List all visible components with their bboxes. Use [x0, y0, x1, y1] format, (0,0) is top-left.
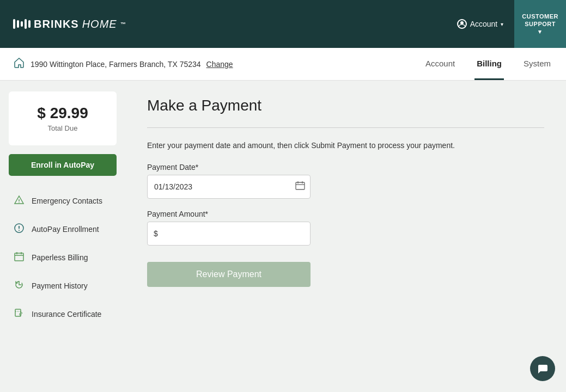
history-icon: [13, 279, 25, 292]
payment-date-wrapper: [147, 175, 311, 199]
nav-system[interactable]: System: [521, 48, 553, 80]
page-title: Make a Payment: [147, 97, 544, 114]
customer-support-button[interactable]: CUSTOMER SUPPORT ▾: [514, 0, 566, 48]
customer-support-line2: SUPPORT: [525, 20, 556, 28]
top-right-controls: Account ▾ CUSTOMER SUPPORT ▾: [446, 0, 566, 48]
customer-support-chevron-icon: ▾: [538, 28, 542, 35]
account-icon: [457, 19, 467, 29]
balance-amount: $ 29.99: [17, 105, 108, 122]
payment-amount-group: Payment Amount* $: [147, 210, 544, 246]
balance-label: Total Due: [17, 124, 108, 132]
payment-content-area: Make a Payment Enter your payment date a…: [125, 81, 566, 392]
sidebar-item-autopay-enrollment-label: AutoPay Enrollment: [32, 225, 99, 234]
logo-bars-icon: [13, 19, 31, 29]
chat-support-button[interactable]: [530, 356, 555, 381]
sidebar-item-payment-history-label: Payment History: [32, 281, 88, 290]
balance-card: $ 29.99 Total Due: [9, 91, 117, 145]
triangle-warning-icon: [13, 194, 25, 207]
payment-amount-label: Payment Amount*: [147, 210, 544, 218]
calendar-icon: [13, 251, 25, 264]
review-payment-button[interactable]: Review Payment: [147, 262, 311, 287]
payment-amount-input[interactable]: [147, 222, 311, 246]
payment-date-input[interactable]: [147, 175, 311, 199]
payment-date-group: Payment Date*: [147, 163, 544, 199]
top-navigation-bar: BRINKS HOME ™ Account ▾ CUSTOMER SUPPORT…: [0, 0, 566, 48]
sidebar-item-payment-history[interactable]: Payment History: [9, 272, 117, 300]
svg-rect-7: [15, 253, 23, 261]
sidebar: $ 29.99 Total Due Enroll in AutoPay Emer…: [0, 81, 125, 392]
nav-account[interactable]: Account: [423, 48, 457, 80]
svg-point-3: [19, 202, 20, 203]
logo-bar-3: [21, 21, 23, 27]
content-divider: [147, 127, 544, 128]
payment-amount-wrapper: $: [147, 222, 311, 246]
logo-bar-5: [28, 20, 31, 28]
customer-support-line1: CUSTOMER: [522, 13, 558, 20]
main-content-area: $ 29.99 Total Due Enroll in AutoPay Emer…: [0, 81, 566, 392]
logo-trademark: ™: [120, 21, 126, 27]
svg-point-6: [19, 230, 20, 231]
address-area: 1990 Wittington Place, Farmers Branch, T…: [13, 57, 423, 71]
brand-logo: BRINKS HOME ™: [13, 18, 126, 30]
logo-bar-4: [25, 19, 27, 29]
main-navigation: Account Billing System: [423, 48, 553, 80]
circle-exclaim-icon: [13, 223, 25, 236]
enroll-autopay-button[interactable]: Enroll in AutoPay: [9, 154, 117, 176]
edit-icon: [13, 308, 25, 321]
logo-bar-1: [13, 19, 15, 29]
logo-brand-text: BRINKS: [34, 18, 79, 30]
sidebar-item-paperless-billing[interactable]: Paperless Billing: [9, 243, 117, 272]
account-chevron-icon: ▾: [501, 21, 503, 27]
svg-point-0: [460, 21, 464, 24]
logo-bar-2: [17, 20, 19, 28]
sidebar-item-insurance-certificate[interactable]: Insurance Certificate: [9, 300, 117, 328]
sidebar-item-autopay-enrollment[interactable]: AutoPay Enrollment: [9, 215, 117, 243]
sidebar-item-paperless-billing-label: Paperless Billing: [32, 253, 88, 262]
logo-home-text: HOME: [82, 18, 117, 30]
sidebar-item-emergency-contacts-label: Emergency Contacts: [32, 197, 102, 205]
account-button[interactable]: Account ▾: [446, 0, 515, 48]
sidebar-item-insurance-certificate-label: Insurance Certificate: [32, 310, 101, 318]
sidebar-item-emergency-contacts[interactable]: Emergency Contacts: [9, 187, 117, 215]
address-text: 1990 Wittington Place, Farmers Branch, T…: [31, 60, 201, 69]
account-label: Account: [470, 20, 498, 28]
instruction-text: Enter your payment date and amount, then…: [147, 141, 544, 150]
logo-area: BRINKS HOME ™: [0, 18, 139, 30]
home-icon: [13, 57, 25, 71]
sub-navigation-bar: 1990 Wittington Place, Farmers Branch, T…: [0, 48, 566, 81]
change-address-button[interactable]: Change: [206, 60, 233, 69]
payment-date-label: Payment Date*: [147, 163, 544, 171]
nav-billing[interactable]: Billing: [474, 48, 504, 80]
